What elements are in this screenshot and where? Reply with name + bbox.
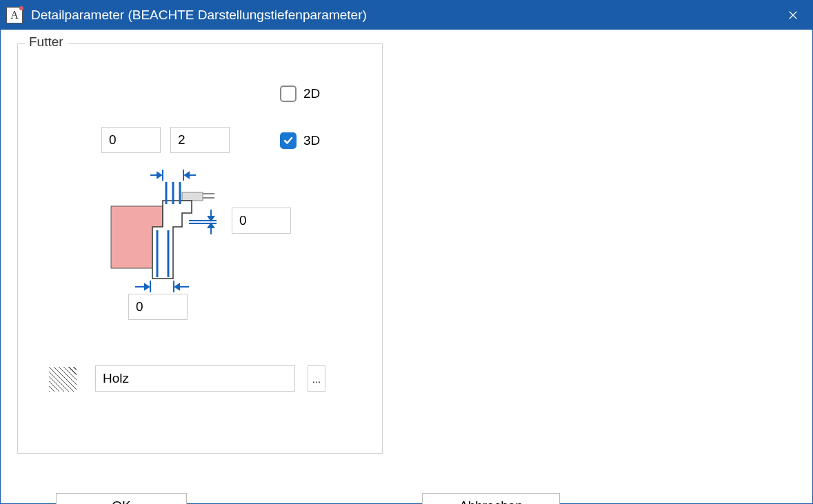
svg-rect-1 (182, 192, 203, 201)
checkbox-3d-box (280, 132, 297, 149)
close-icon (788, 10, 798, 20)
svg-marker-24 (175, 284, 179, 290)
material-browse-button[interactable]: ... (308, 365, 325, 392)
svg-marker-10 (157, 172, 161, 178)
cancel-label: Abbrechen (459, 498, 523, 504)
input-bottom[interactable] (128, 294, 188, 320)
browse-label: ... (312, 373, 321, 385)
profile-diagram-icon (108, 161, 232, 292)
close-button[interactable] (779, 1, 807, 30)
dialog-window: A Detailparameter (BEACHTE Darstellungst… (0, 0, 813, 504)
checkbox-2d-label: 2D (303, 86, 320, 101)
input-top-left[interactable] (101, 127, 161, 153)
checkbox-2d[interactable]: 2D (280, 85, 320, 102)
cancel-button[interactable]: Abbrechen (422, 493, 560, 504)
svg-marker-12 (185, 172, 189, 178)
checkbox-2d-box (280, 85, 297, 102)
groupbox-futter: Futter 2D 3D (17, 43, 383, 454)
titlebar: A Detailparameter (BEACHTE Darstellungst… (1, 1, 812, 30)
groupbox-title: Futter (25, 34, 68, 50)
ok-button[interactable]: OK (56, 493, 187, 504)
svg-marker-22 (145, 284, 149, 290)
input-right-mid[interactable] (232, 208, 291, 234)
titlebar-title: Detailparameter (BEACHTE Darstellungstie… (31, 8, 779, 23)
material-input[interactable] (95, 365, 295, 392)
ok-label: OK (112, 498, 130, 504)
checkbox-3d[interactable]: 3D (280, 132, 320, 149)
dialog-content: Futter 2D 3D (1, 30, 812, 503)
check-icon (283, 135, 294, 146)
app-icon: A (6, 7, 23, 23)
checkbox-3d-label: 3D (303, 133, 320, 148)
hatch-swatch-icon (49, 367, 77, 392)
app-icon-letter: A (10, 9, 19, 21)
input-top-right[interactable] (170, 127, 230, 153)
